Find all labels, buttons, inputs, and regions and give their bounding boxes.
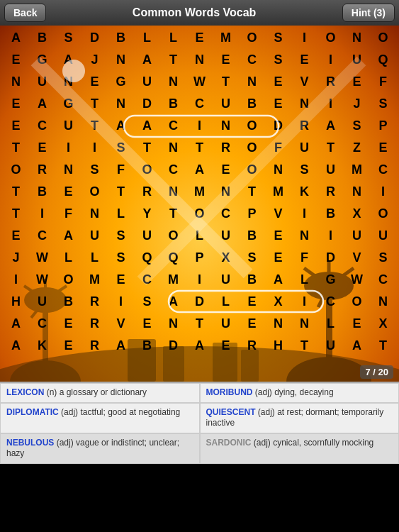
grid-cell[interactable]: L [163, 28, 184, 49]
grid-cell[interactable]: U [137, 226, 158, 247]
grid-cell[interactable]: R [294, 116, 315, 137]
grid-cell[interactable]: R [320, 72, 342, 93]
grid-cell[interactable]: B [32, 28, 53, 49]
grid-cell[interactable]: T [84, 94, 106, 115]
grid-cell[interactable]: T [373, 336, 394, 357]
grid-cell[interactable]: L [58, 248, 79, 269]
grid-cell[interactable]: U [320, 336, 342, 357]
grid-cell[interactable]: N [215, 182, 237, 203]
grid-cell[interactable]: O [347, 292, 368, 313]
grid-cell[interactable]: A [137, 116, 158, 137]
grid-cell[interactable]: L [320, 314, 342, 335]
grid-cell[interactable]: N [268, 160, 289, 181]
grid-cell[interactable]: P [189, 248, 210, 269]
grid-cell[interactable]: Z [347, 138, 368, 159]
grid-cell[interactable]: N [294, 314, 315, 335]
grid-cell[interactable]: N [6, 72, 27, 93]
grid-cell[interactable]: F [373, 72, 394, 93]
grid-cell[interactable]: C [189, 94, 210, 115]
grid-cell[interactable]: B [58, 292, 79, 313]
grid-cell[interactable]: O [163, 226, 184, 247]
grid-cell[interactable]: L [111, 204, 132, 225]
grid-cell[interactable]: N [163, 138, 184, 159]
grid-cell[interactable]: W [32, 248, 53, 269]
grid-cell[interactable]: C [137, 270, 158, 291]
grid-cell[interactable]: N [58, 160, 79, 181]
grid-cell[interactable]: I [373, 182, 394, 203]
grid-cell[interactable]: E [6, 226, 27, 247]
grid-cell[interactable]: N [163, 72, 184, 93]
grid-cell[interactable]: C [320, 292, 342, 313]
grid-cell[interactable]: L [294, 270, 315, 291]
grid-cell[interactable]: A [111, 116, 132, 137]
grid-cell[interactable]: E [268, 226, 289, 247]
grid-cell[interactable]: Q [137, 248, 158, 269]
grid-cell[interactable]: U [347, 226, 368, 247]
grid-cell[interactable]: I [294, 204, 315, 225]
grid-cell[interactable]: D [137, 94, 158, 115]
grid-cell[interactable]: Q [373, 50, 394, 71]
grid-cell[interactable]: C [373, 270, 394, 291]
grid-cell[interactable]: L [189, 226, 210, 247]
grid-cell[interactable]: I [320, 50, 342, 71]
grid-cell[interactable]: V [294, 72, 315, 93]
grid-cell[interactable]: R [84, 336, 106, 357]
grid-cell[interactable]: N [294, 226, 315, 247]
grid-cell[interactable]: S [137, 292, 158, 313]
grid-cell[interactable]: J [84, 50, 106, 71]
grid-cell[interactable]: E [347, 72, 368, 93]
grid-cell[interactable]: R [84, 314, 106, 335]
grid-cell[interactable]: M [189, 182, 210, 203]
grid-cell[interactable]: A [6, 28, 27, 49]
grid-cell[interactable]: E [58, 336, 79, 357]
grid-cell[interactable]: U [215, 226, 237, 247]
grid-cell[interactable]: L [137, 28, 158, 49]
grid-cell[interactable]: X [373, 314, 394, 335]
grid-cell[interactable]: W [32, 270, 53, 291]
grid-cell[interactable]: O [6, 160, 27, 181]
grid-cell[interactable]: E [32, 138, 53, 159]
grid-cell[interactable]: U [215, 94, 237, 115]
grid-cell[interactable]: E [215, 160, 237, 181]
grid-cell[interactable]: T [242, 182, 263, 203]
grid-cell[interactable]: Y [137, 204, 158, 225]
grid-cell[interactable]: S [373, 94, 394, 115]
grid-cell[interactable]: N [84, 204, 106, 225]
grid-cell[interactable]: K [32, 336, 53, 357]
grid-cell[interactable]: P [373, 116, 394, 137]
grid-cell[interactable]: C [32, 314, 53, 335]
grid-cell[interactable]: A [32, 94, 53, 115]
grid-cell[interactable]: A [163, 292, 184, 313]
grid-cell[interactable]: L [215, 292, 237, 313]
grid-cell[interactable]: I [6, 270, 27, 291]
grid-cell[interactable]: F [294, 248, 315, 269]
grid-cell[interactable]: N [111, 50, 132, 71]
grid-cell[interactable]: E [58, 182, 79, 203]
grid-cell[interactable]: A [58, 226, 79, 247]
grid-cell[interactable]: H [268, 336, 289, 357]
grid-cell[interactable]: C [215, 204, 237, 225]
grid-cell[interactable]: N [294, 94, 315, 115]
grid-cell[interactable]: B [242, 270, 263, 291]
grid-cell[interactable]: O [320, 28, 342, 49]
grid-cell[interactable]: I [320, 94, 342, 115]
grid-cell[interactable]: T [320, 138, 342, 159]
grid-cell[interactable]: F [111, 160, 132, 181]
grid-cell[interactable]: B [163, 94, 184, 115]
grid-cell[interactable]: T [6, 204, 27, 225]
back-button[interactable]: Back [4, 4, 46, 22]
grid-cell[interactable]: T [137, 138, 158, 159]
grid-cell[interactable]: C [32, 226, 53, 247]
grid-cell[interactable]: U [373, 226, 394, 247]
grid-cell[interactable]: S [111, 138, 132, 159]
grid-cell[interactable]: F [58, 204, 79, 225]
grid-cell[interactable]: S [373, 248, 394, 269]
grid-cell[interactable]: T [6, 138, 27, 159]
grid-cell[interactable]: E [111, 270, 132, 291]
grid-cell[interactable]: R [137, 182, 158, 203]
grid-cell[interactable]: T [111, 182, 132, 203]
grid-cell[interactable]: I [189, 116, 210, 137]
grid-cell[interactable]: O [242, 138, 263, 159]
grid-cell[interactable]: C [242, 50, 263, 71]
grid-cell[interactable]: N [215, 116, 237, 137]
